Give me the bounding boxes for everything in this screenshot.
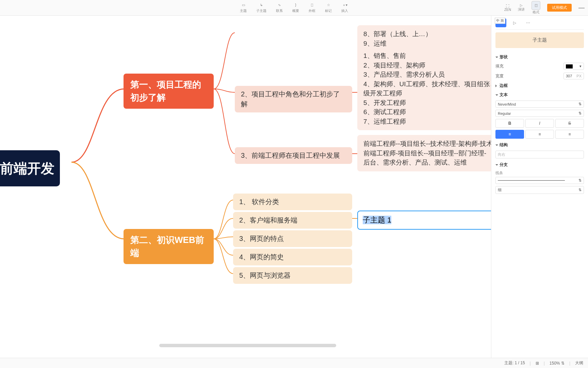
align-row: ≡ ≡ ≡	[495, 130, 584, 139]
tool-summary[interactable]: }概要	[292, 2, 299, 13]
top-toolbar: ▭主题 ↳子主题 ∿联系 }概要 ⎕外框 ☆标记 ＋▾插入 ⛶ZEN ▷演讲 ◫…	[0, 0, 588, 16]
outline-button[interactable]: 大纲	[575, 360, 583, 366]
branch1-leaf-0[interactable]: 1、销售、售前2、项目经理、架构师3、产品经理、需求分析人员4、架构师、UI工程…	[357, 47, 491, 130]
tool-marker[interactable]: ☆标记	[325, 2, 332, 13]
line-width-select[interactable]: 细⇅	[495, 186, 584, 194]
section-branch[interactable]: 分支	[495, 162, 584, 168]
branch2-sub-3[interactable]: 4、网页的简史	[233, 249, 352, 265]
struct-select[interactable]: 向右	[495, 151, 584, 158]
section-text[interactable]: 文本	[495, 92, 584, 98]
zoom-level[interactable]: 150% ⇅	[550, 361, 565, 366]
branch2-sub-2[interactable]: 3、网页的特点	[233, 230, 352, 247]
branch1-node[interactable]: 第一、项目工程的初步了解	[124, 74, 214, 109]
status-topics: 主题: 1 / 15	[504, 360, 525, 366]
ime-indicator: 中 简	[495, 18, 505, 24]
map-overview-icon[interactable]: ⊞	[536, 361, 539, 366]
italic-button[interactable]: I	[525, 119, 554, 128]
tool-subtopic[interactable]: ↳子主题	[256, 2, 266, 13]
tool-relation[interactable]: ∿联系	[276, 2, 283, 13]
section-struct[interactable]: 结构	[495, 142, 584, 148]
section-shape[interactable]: 形状	[495, 54, 584, 60]
strike-button[interactable]: S	[555, 119, 584, 128]
root-node[interactable]: 前端开发	[0, 150, 60, 186]
side-tab-bar: 中 简 ✎ ▷ ⋯	[495, 18, 584, 30]
fill-select[interactable]: ▾	[564, 63, 584, 70]
weight-select[interactable]: Regular⇅	[495, 110, 584, 117]
horizontal-scrollbar[interactable]	[159, 344, 336, 347]
status-bar: 主题: 1 / 15 | ⊞ | 150% ⇅ | 大纲	[0, 358, 588, 368]
tool-insert[interactable]: ＋▾插入	[341, 2, 348, 13]
tab-play[interactable]: ▷	[509, 18, 520, 27]
section-border[interactable]: 边框	[495, 83, 584, 89]
style-preview: 子主题	[495, 32, 584, 48]
branch1-sub-1[interactable]: 3、前端工程师在项目工程中发展	[235, 147, 352, 164]
line-style-select[interactable]: ⇅	[495, 177, 584, 184]
tab-more[interactable]: ⋯	[523, 18, 534, 27]
tool-format-panel[interactable]: ◫格式	[532, 1, 540, 15]
format-panel: 中 简 ✎ ▷ ⋯ 子主题 形状 填充 ▾ 宽度 307PX 边框 文本 Nev…	[491, 16, 588, 358]
tool-zen[interactable]: ⛶ZEN	[504, 4, 511, 12]
minimize-icon[interactable]: —	[578, 4, 585, 11]
width-input[interactable]: 307PX	[564, 73, 584, 79]
tool-present[interactable]: ▷演讲	[518, 3, 525, 12]
branch2-sub-4[interactable]: 5、网页与浏览器	[233, 267, 352, 284]
mindmap-canvas[interactable]: 前端开发 第一、项目工程的初步了解 8、部署（上线、上…）9、运维 2、项目工程…	[0, 16, 491, 358]
tool-boundary[interactable]: ⎕外框	[309, 2, 315, 13]
trial-button[interactable]: 试用模式	[547, 4, 572, 12]
align-left-button[interactable]: ≡	[495, 130, 524, 139]
toolbar-right-group: ⛶ZEN ▷演讲 ◫格式 试用模式 —	[504, 1, 585, 15]
font-select[interactable]: NeverMind⇅	[495, 101, 584, 108]
editing-node[interactable]: 子主题 1	[357, 211, 491, 230]
align-center-button[interactable]: ≡	[525, 130, 554, 139]
prop-fill: 填充 ▾	[495, 63, 584, 70]
branch1-leaf-1[interactable]: 前端工程师--项目组长--技术经理-架构师-技术总监前端工程师-项目组长--项目…	[357, 135, 491, 171]
bold-button[interactable]: B	[495, 119, 524, 128]
align-right-button[interactable]: ≡	[555, 130, 584, 139]
line-label: 线条	[495, 170, 584, 175]
branch2-sub-0[interactable]: 1、 软件分类	[233, 194, 352, 210]
branch1-sub-0[interactable]: 2、项目工程中角色和分工初步了解	[235, 86, 352, 112]
tool-topic[interactable]: ▭主题	[240, 2, 247, 13]
text-style-row: B I S	[495, 119, 584, 128]
branch2-sub-1[interactable]: 2、客户端和服务端	[233, 212, 352, 229]
prop-width: 宽度 307PX	[495, 73, 584, 79]
branch2-node[interactable]: 第二、初识WEB前端	[124, 229, 214, 264]
toolbar-center-group: ▭主题 ↳子主题 ∿联系 }概要 ⎕外框 ☆标记 ＋▾插入	[240, 2, 348, 13]
